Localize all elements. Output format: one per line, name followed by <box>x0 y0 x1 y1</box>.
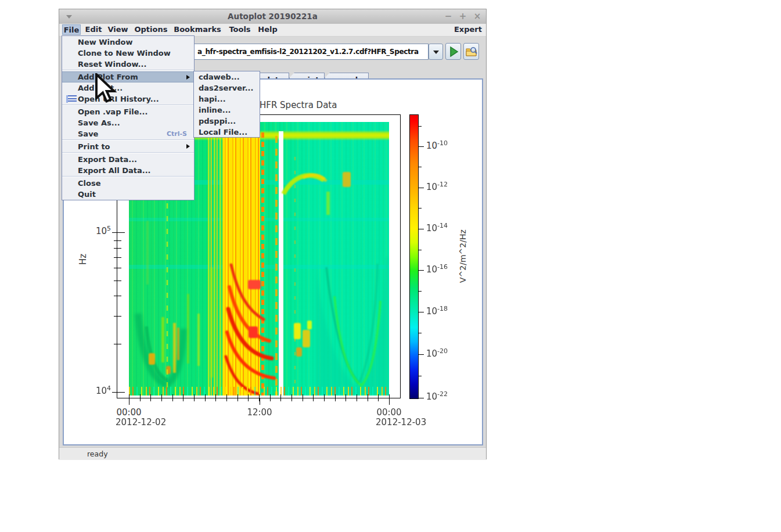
menuitem-open-vap-file[interactable]: Open .vap File... <box>62 106 194 117</box>
y-axis-label: Hz <box>78 247 88 265</box>
menuitem-save-as[interactable]: Save As... <box>62 117 194 128</box>
menu-bookmarks[interactable]: Bookmarks <box>173 24 222 35</box>
window-title: Autoplot 20190221a <box>59 9 486 24</box>
y-tick-1e5: 105 <box>87 226 111 236</box>
cb-tick-1e-10: 10-10 <box>426 141 448 151</box>
titlebar[interactable]: Autoplot 20190221a − + × <box>59 9 486 24</box>
menuitem-save[interactable]: SaveCtrl-S <box>62 128 194 139</box>
menubar: File Edit View Options Bookmarks Tools H… <box>59 24 486 37</box>
uri-text[interactable]: a_hfr-spectra_emfisis-l2_20121202_v1.2.7… <box>197 48 419 56</box>
submenuitem-hapi[interactable]: hapi... <box>194 94 260 105</box>
menu-edit[interactable]: Edit <box>83 24 104 35</box>
history-list-icon <box>66 95 77 103</box>
menuitem-reset-window[interactable]: Reset Window... <box>62 59 194 70</box>
screen: Autoplot 20190221a − + × File Edit View … <box>0 0 781 532</box>
status-text: ready <box>59 448 486 460</box>
submenuitem-cdaweb[interactable]: cdaweb... <box>194 71 260 82</box>
folder-magnifier-icon <box>466 46 478 57</box>
menuitem-print-to[interactable]: Print to <box>62 141 194 152</box>
cb-tick-1e-18: 10-18 <box>426 306 448 317</box>
mouse-cursor <box>94 73 121 103</box>
menuitem-new-window[interactable]: New Window <box>62 37 194 48</box>
x-tick-0000-left: 00:00 <box>115 407 143 418</box>
shortcut-label: Ctrl-S <box>167 128 187 139</box>
cb-tick-1e-12: 10-12 <box>426 182 448 192</box>
menuitem-close[interactable]: Close <box>62 178 194 189</box>
expert-mode-label[interactable]: Expert <box>453 24 483 35</box>
menuitem-clone-to-new-window[interactable]: Clone to New Window <box>62 48 194 59</box>
cb-tick-1e-22: 10-22 <box>426 391 448 402</box>
menu-file[interactable]: File <box>62 24 81 35</box>
maximize-button[interactable]: + <box>457 9 469 24</box>
submenu-arrow-icon <box>186 75 190 80</box>
submenuitem-pdsppi[interactable]: pdsppi... <box>194 116 260 127</box>
open-file-button[interactable] <box>463 43 479 60</box>
submenuitem-inline[interactable]: inline... <box>194 105 260 116</box>
submenu-arrow-icon <box>186 144 190 149</box>
menuitem-export-data[interactable]: Export Data... <box>62 154 194 165</box>
play-icon <box>449 46 459 57</box>
menuitem-open-uri-history[interactable]: Open URI History... <box>62 94 194 105</box>
menu-help[interactable]: Help <box>256 24 279 35</box>
x-date-left: 2012-12-02 <box>116 417 166 427</box>
close-button[interactable]: × <box>472 9 483 24</box>
colorbar[interactable] <box>409 114 419 399</box>
menuitem-export-all-data[interactable]: Export All Data... <box>62 165 194 176</box>
menu-tools[interactable]: Tools <box>227 24 253 35</box>
menuitem-add-plot[interactable]: Add Plot... <box>62 82 194 94</box>
cb-tick-1e-20: 10-20 <box>426 348 448 359</box>
colorbar-axis-label: V^2/m^2/Hz <box>458 225 467 283</box>
plot-title: HFR Spectra Data <box>260 100 337 110</box>
menuitem-add-plot-from[interactable]: Add Plot From <box>62 71 194 82</box>
submenuitem-das2server[interactable]: das2server... <box>194 82 260 94</box>
window-menu-icon[interactable] <box>66 15 72 19</box>
go-button[interactable] <box>445 43 461 60</box>
y-tick-1e4: 104 <box>87 386 111 396</box>
menu-view[interactable]: View <box>106 24 130 35</box>
menu-options[interactable]: Options <box>133 24 169 35</box>
cb-tick-1e-16: 10-16 <box>426 264 448 275</box>
x-tick-1200: 12:00 <box>246 407 273 418</box>
statusbar: ready <box>59 447 486 460</box>
add-plot-from-submenu: cdaweb... das2server... hapi... inline..… <box>193 71 260 138</box>
uri-dropdown-button[interactable] <box>429 44 443 60</box>
submenuitem-local-file[interactable]: Local File... <box>194 127 260 138</box>
menuitem-quit[interactable]: Quit <box>62 189 194 200</box>
minimize-button[interactable]: − <box>442 9 454 24</box>
file-menu-popup: New Window Clone to New Window Reset Win… <box>62 35 195 200</box>
cb-tick-1e-14: 10-14 <box>426 223 448 233</box>
x-date-right: 2012-12-03 <box>376 417 426 427</box>
x-tick-0000-right: 00:00 <box>375 407 403 418</box>
chevron-down-icon <box>433 51 439 54</box>
